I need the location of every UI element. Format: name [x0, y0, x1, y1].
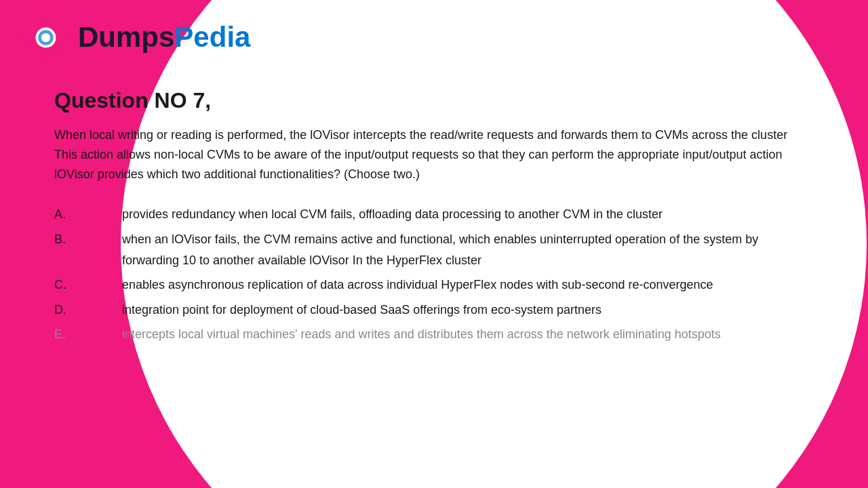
option-text: provides redundancy when local CVM fails… — [122, 204, 800, 225]
options-list: A.provides redundancy when local CVM fai… — [54, 204, 800, 345]
option-text: when an lOVisor fails, the CVM remains a… — [122, 229, 800, 270]
logo-text: DumpsPedia — [78, 23, 250, 52]
option-label: D. — [54, 300, 122, 321]
content: Question NO 7, When local writing or rea… — [54, 88, 800, 349]
option-label: B. — [54, 229, 122, 270]
option-text: integration point for deployment of clou… — [122, 300, 800, 321]
option-label: E. — [54, 324, 122, 345]
logo-pedia: Pedia — [174, 21, 250, 53]
svg-point-4 — [41, 33, 50, 41]
header: DumpsPedia — [0, 0, 868, 75]
option-row: D.integration point for deployment of cl… — [54, 300, 800, 321]
logo-dumps: Dumps — [78, 21, 174, 53]
option-row: A.provides redundancy when local CVM fai… — [54, 204, 800, 225]
option-row: E.intercepts local virtual machines' rea… — [54, 324, 800, 345]
option-label: C. — [54, 274, 122, 296]
question-title: Question NO 7, — [54, 88, 800, 113]
option-row: C.enables asynchronous replication of da… — [54, 274, 800, 296]
logo-icon — [20, 12, 71, 63]
option-row: B.when an lOVisor fails, the CVM remains… — [54, 229, 800, 270]
option-text: enables asynchronous replication of data… — [122, 274, 800, 296]
option-label: A. — [54, 204, 122, 225]
logo: DumpsPedia — [20, 12, 250, 63]
option-text: intercepts local virtual machines' reads… — [122, 324, 800, 345]
question-body: When local writing or reading is perform… — [54, 125, 800, 184]
